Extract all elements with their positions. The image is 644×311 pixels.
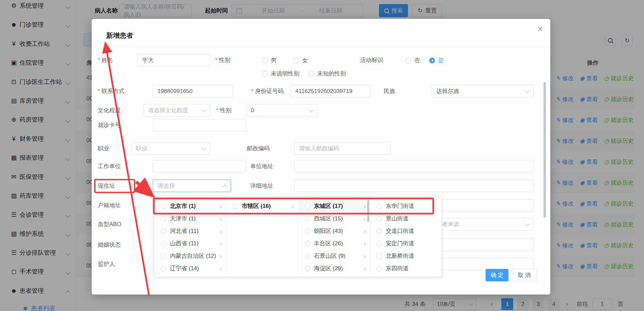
- radio-icon: [309, 71, 314, 76]
- chevron-right-icon: ›: [363, 240, 366, 247]
- cascader-scrollbar[interactable]: [367, 200, 369, 222]
- radio-icon[interactable]: [377, 216, 382, 221]
- radio-icon[interactable]: [305, 266, 310, 271]
- chevron-down-icon: [201, 145, 206, 150]
- chevron-down-icon: [309, 107, 314, 112]
- radio-icon[interactable]: [377, 266, 382, 271]
- cascader-column-city: 市辖区 (16)›: [226, 197, 298, 277]
- cascader-option[interactable]: 东四街道: [370, 262, 442, 275]
- cascader-option[interactable]: 辽宁省 (14)›: [154, 262, 226, 275]
- radio-male[interactable]: 男: [262, 54, 276, 67]
- radio-active-no[interactable]: 否: [405, 54, 420, 67]
- contact-label: 联系方式: [98, 85, 124, 98]
- contact-input[interactable]: 19880991650: [153, 85, 233, 97]
- radio-icon[interactable]: [233, 204, 238, 209]
- cascader-option[interactable]: 东城区 (17)›: [298, 200, 370, 212]
- radio-icon[interactable]: [305, 204, 310, 209]
- detail-address-label: 详细地址: [250, 180, 273, 192]
- radio-icon[interactable]: [377, 228, 382, 234]
- gender2-select[interactable]: 0: [246, 104, 318, 117]
- radio-icon[interactable]: [377, 204, 382, 209]
- chevron-right-icon: ›: [363, 203, 366, 210]
- ethnic-select[interactable]: 达斡尔族: [432, 85, 534, 97]
- confirm-button[interactable]: 确 定: [486, 269, 508, 281]
- cancel-button[interactable]: 取 消: [512, 269, 537, 281]
- cascader-option[interactable]: 山西省 (11)›: [154, 237, 226, 250]
- postal-input[interactable]: 请输入邮政编码: [294, 142, 391, 155]
- work-address-input[interactable]: [294, 160, 534, 173]
- education-select[interactable]: 请选择文化程度: [143, 104, 210, 117]
- education-label: 文化程度: [98, 104, 121, 117]
- name-input[interactable]: 牢大: [138, 54, 210, 66]
- cascader-option[interactable]: 朝阳区 (43)›: [298, 225, 370, 237]
- cascader-option[interactable]: 西城区 (15)›: [298, 212, 370, 225]
- radio-icon: [262, 58, 268, 63]
- cascader-option[interactable]: 安定门街道: [370, 237, 442, 250]
- work-unit-input[interactable]: [153, 160, 246, 173]
- cascader-option[interactable]: 天津市 (1)›: [154, 212, 226, 225]
- radio-female[interactable]: 女: [293, 54, 308, 67]
- radio-active-yes[interactable]: 是: [429, 54, 444, 67]
- radio-icon[interactable]: [305, 253, 310, 259]
- modal-scrollbar[interactable]: [544, 82, 546, 218]
- work-address-label: 单位地址: [250, 160, 273, 173]
- radio-icon[interactable]: [305, 228, 310, 234]
- idcard-label: 身份证号码: [251, 85, 284, 98]
- current-address-label: 现住址: [98, 180, 115, 192]
- radio-icon: [405, 58, 411, 63]
- registered-address-label: 户籍地址: [98, 199, 121, 212]
- chevron-right-icon: ›: [363, 253, 366, 259]
- radio-icon[interactable]: [161, 204, 166, 209]
- chevron-right-icon: ›: [219, 253, 222, 259]
- cascader-option[interactable]: 北新桥街道: [370, 250, 442, 262]
- radio-icon[interactable]: [305, 241, 310, 246]
- chevron-right-icon: ›: [292, 203, 294, 210]
- cascader-option[interactable]: 景山街道: [370, 212, 442, 225]
- cascader-column-province: 北京市 (1)› 天津市 (1)› 河北省 (11)› 山西省 (11)› 内蒙…: [154, 197, 226, 277]
- chevron-right-icon: ›: [219, 265, 222, 272]
- idcard-input[interactable]: 411625192602039719: [291, 85, 370, 97]
- patient-source-select[interactable]: 患者来源: [432, 218, 534, 230]
- cascader-option[interactable]: 北京市 (1)›: [154, 200, 226, 212]
- radio-icon[interactable]: [161, 216, 166, 221]
- radio-icon[interactable]: [377, 253, 382, 259]
- cascader-option[interactable]: 海淀区 (29)›: [298, 262, 370, 275]
- radio-icon[interactable]: [161, 241, 166, 246]
- cascader-option[interactable]: 河北省 (11)›: [154, 225, 226, 237]
- radio-icon: [293, 58, 299, 63]
- radio-checked-icon: [429, 58, 435, 63]
- cascader-option[interactable]: 交道口街道: [370, 225, 442, 237]
- chevron-down-icon: [525, 221, 530, 226]
- name-label: 姓名: [98, 54, 113, 67]
- marriage-label: 婚姻状态: [98, 239, 121, 251]
- visit-card-input[interactable]: [153, 119, 246, 131]
- cascader-option[interactable]: 内蒙古自治区 (12)›: [154, 250, 226, 262]
- dialog-title: 新增患者: [106, 31, 133, 40]
- cascader-option[interactable]: 丰台区 (26)›: [298, 237, 370, 250]
- current-address-cascader[interactable]: 请选择: [153, 180, 231, 192]
- chevron-right-icon: ›: [363, 215, 366, 222]
- guardian-label: 监护人: [98, 258, 115, 271]
- close-icon[interactable]: ×: [537, 24, 543, 34]
- cascader-option[interactable]: 石景山区 (9)›: [298, 250, 370, 262]
- chevron-right-icon: ›: [219, 240, 222, 247]
- app-root: ⚙系统管理 ☻门诊管理 ¥收费工作站 ▣住院管理 ⊡门诊医生工作站 ▤库房管理 …: [0, 0, 644, 311]
- radio-icon[interactable]: [305, 216, 310, 221]
- detail-address-input[interactable]: [294, 180, 534, 192]
- cascader-column-district: 东城区 (17)› 西城区 (15)› 朝阳区 (43)› 丰台区 (26)› …: [298, 197, 370, 277]
- chevron-right-icon: ›: [363, 265, 366, 272]
- cascader-option[interactable]: 市辖区 (16)›: [226, 200, 298, 212]
- cascader-column-street: 东华门街道 景山街道 交道口街道 安定门街道 北新桥街道 东四街道: [370, 197, 442, 277]
- chevron-right-icon: ›: [363, 228, 366, 235]
- radio-gender-unknown[interactable]: 未知的性别: [309, 67, 346, 80]
- radio-gender-unstated[interactable]: 未说明性别: [262, 67, 299, 80]
- chevron-up-icon: [222, 184, 227, 189]
- ethnic-label: 民族: [384, 85, 395, 98]
- cascader-option[interactable]: 东华门街道: [370, 200, 442, 212]
- address-cascader-dropdown: 北京市 (1)› 天津市 (1)› 河北省 (11)› 山西省 (11)› 内蒙…: [154, 197, 442, 277]
- radio-icon[interactable]: [161, 266, 166, 271]
- radio-icon[interactable]: [377, 241, 382, 246]
- radio-icon[interactable]: [161, 253, 166, 259]
- job-select[interactable]: 职业: [131, 142, 210, 155]
- radio-icon[interactable]: [161, 228, 166, 234]
